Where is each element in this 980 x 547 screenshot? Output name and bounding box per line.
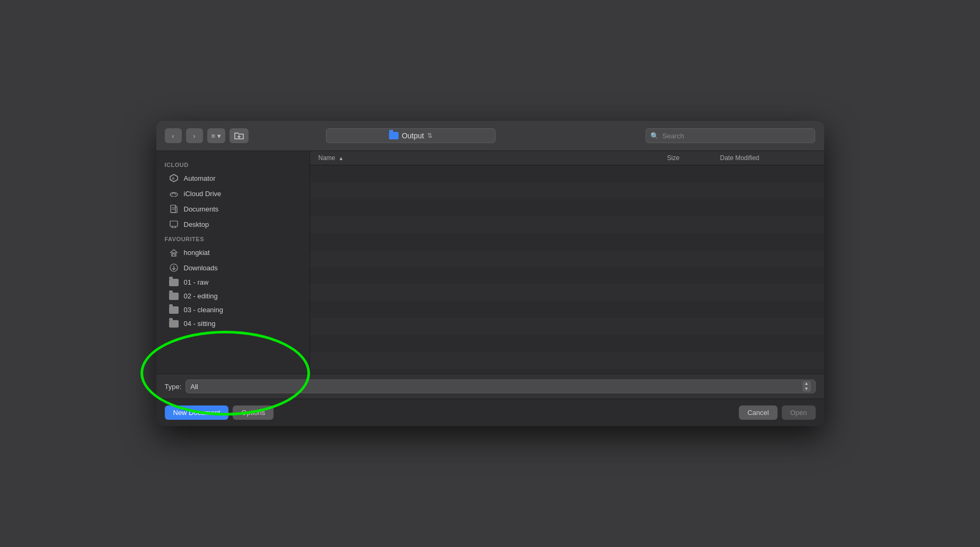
search-bar[interactable]: 🔍 Search [646,128,815,143]
svg-rect-12 [172,253,176,257]
location-selector[interactable]: Output ⇅ [326,128,496,143]
type-bar: Type: All ▲ ▼ [156,374,824,399]
sidebar-item-documents[interactable]: Documents [161,201,305,216]
sidebar: iCloud A Automator iCloud Drive [156,151,310,374]
folder1-label: 01 - raw [184,278,209,286]
footer: New Document Options Cancel Open [156,399,824,426]
downloads-label: Downloads [184,264,218,272]
size-column-header[interactable]: Size [667,154,720,162]
save-dialog: ‹ › ≡ ▾ Output ⇅ 🔍 [156,121,824,426]
new-folder-button[interactable] [229,128,249,143]
folder2-label: 02 - editing [184,292,218,300]
list-view-icon: ≡ [211,132,216,140]
back-button[interactable]: ‹ [165,128,182,143]
folder-icon [389,132,399,139]
chevron-left-icon: ‹ [172,132,174,140]
svg-rect-13 [173,254,175,257]
sidebar-item-automator[interactable]: A Automator [161,171,305,186]
folder-icon-2 [169,293,179,300]
folder-icon-3 [169,306,179,314]
name-column-header[interactable]: Name ▲ [319,154,667,162]
spinner-up-button[interactable]: ▲ [802,381,811,386]
toolbar: ‹ › ≡ ▾ Output ⇅ 🔍 [156,121,824,151]
folder3-label: 03 - cleaning [184,306,223,314]
search-placeholder: Search [662,132,684,140]
icloud-drive-icon [169,189,179,198]
search-icon: 🔍 [650,132,659,140]
type-select[interactable]: All ▲ ▼ [186,380,815,393]
location-label: Output [402,131,424,140]
icloud-drive-label: iCloud Drive [184,190,222,198]
svg-text:A: A [172,176,175,181]
sidebar-item-downloads[interactable]: Downloads [161,260,305,275]
options-button[interactable]: Options [233,405,273,420]
sort-arrow-icon: ▲ [339,155,344,161]
sidebar-item-icloud-drive[interactable]: iCloud Drive [161,186,305,201]
main-content: iCloud A Automator iCloud Drive [156,151,824,374]
spinner-buttons[interactable]: ▲ ▼ [802,381,811,392]
type-value: All [190,383,198,391]
view-button[interactable]: ≡ ▾ [207,128,226,143]
sidebar-item-folder1[interactable]: 01 - raw [161,276,305,289]
folder4-label: 04 - sitting [184,320,216,328]
open-button[interactable]: Open [782,405,816,420]
sidebar-item-folder2[interactable]: 02 - editing [161,289,305,303]
forward-button[interactable]: › [186,128,203,143]
svg-rect-5 [171,205,175,213]
folder-icon-4 [169,320,179,328]
icloud-section-label: iCloud [156,160,310,170]
documents-label: Documents [184,205,219,213]
folder-icon-1 [169,279,179,286]
svg-rect-8 [170,221,178,226]
file-list-rows [310,165,824,374]
cancel-button[interactable]: Cancel [739,405,777,420]
chevron-down-icon: ▾ [217,132,221,140]
documents-icon [169,204,179,214]
automator-label: Automator [184,174,216,182]
sidebar-item-hongkiat[interactable]: hongkiat [161,245,305,260]
spinner-arrows-icon: ⇅ [427,132,432,139]
home-icon [169,248,179,257]
folder-plus-icon [234,131,244,140]
desktop-label: Desktop [184,220,209,228]
chevron-right-icon: › [193,132,195,140]
sidebar-item-folder4[interactable]: 04 - sitting [161,317,305,330]
downloads-icon [169,263,179,272]
hongkiat-label: hongkiat [184,249,210,257]
type-label: Type: [165,383,182,391]
desktop-icon [169,219,179,229]
new-document-button[interactable]: New Document [165,405,229,420]
file-list: Name ▲ Size Date Modified [310,151,824,374]
file-list-header: Name ▲ Size Date Modified [310,151,824,165]
sidebar-item-desktop[interactable]: Desktop [161,217,305,232]
date-column-header[interactable]: Date Modified [720,154,816,162]
automator-icon: A [169,173,179,183]
spinner-down-button[interactable]: ▼ [802,386,811,392]
sidebar-item-folder3[interactable]: 03 - cleaning [161,303,305,316]
favourites-section-label: Favourites [156,234,310,244]
